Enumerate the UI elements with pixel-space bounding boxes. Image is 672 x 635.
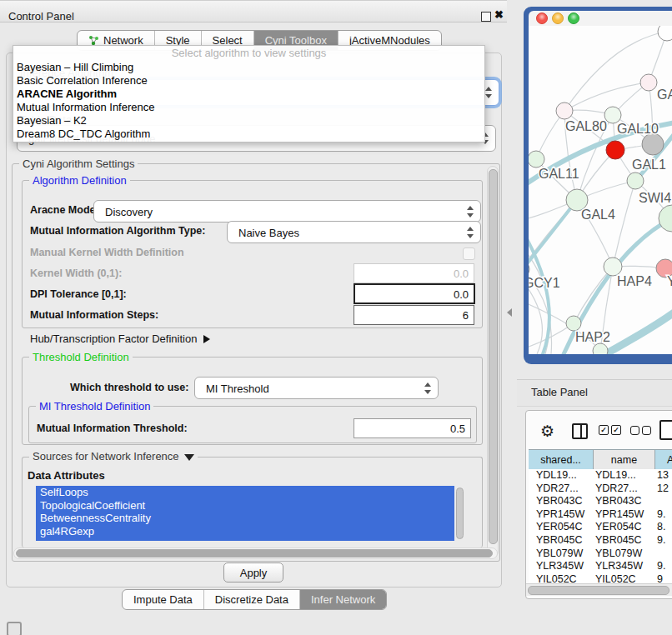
table-row[interactable]: YDL19...YDL19...13	[529, 469, 672, 482]
node-label: SWI4	[639, 191, 671, 205]
manual-kernel-checkbox[interactable]	[463, 248, 475, 260]
attribute-item[interactable]: BetweennessCentrality	[36, 512, 454, 525]
kernel-width-field[interactable]: 0.0	[354, 263, 474, 283]
select-all-checkbox-icon[interactable]: ✓	[599, 425, 609, 435]
gear-icon[interactable]: ⚙	[540, 423, 554, 439]
algorithm-definition-title: Algorithm Definition	[29, 174, 130, 187]
apply-button[interactable]: Apply	[223, 562, 283, 582]
tab-discretize-data[interactable]: Discretize Data	[203, 590, 299, 609]
export-table-icon[interactable]	[659, 420, 672, 440]
kernel-width-label: Kernel Width (0,1):	[30, 268, 122, 279]
minimize-traffic-light[interactable]	[552, 12, 564, 24]
table-row[interactable]: YDR27...YDR27...12	[529, 482, 672, 496]
float-window-icon[interactable]	[481, 12, 491, 22]
algorithm-option[interactable]: Bayesian – K2	[13, 114, 484, 128]
combo-stepper-icon	[424, 382, 432, 394]
which-threshold-label: Which threshold to use:	[70, 382, 188, 393]
column-layout-icon[interactable]	[572, 423, 588, 439]
settings-hscrollbar-thumb[interactable]	[16, 549, 493, 558]
column-header-shared[interactable]: shared...	[529, 449, 594, 470]
table-row[interactable]: YPR145WYPR145W9.	[529, 508, 672, 522]
aracne-mode-combobox[interactable]: Discovery	[93, 200, 481, 222]
dpi-tolerance-field[interactable]: 0.0	[354, 283, 475, 304]
tab-infer-network[interactable]: Infer Network	[299, 590, 386, 609]
close-traffic-light[interactable]	[536, 12, 548, 24]
node-label: HAP2	[575, 330, 610, 344]
network-node-hap2[interactable]	[566, 316, 581, 331]
table-cell: YBL079W	[593, 548, 654, 561]
node-label: GAL	[657, 88, 672, 102]
algorithm-option[interactable]: Basic Correlation Inference	[13, 74, 484, 88]
deselect-checkbox-icon[interactable]	[630, 426, 639, 435]
table-hscrollbar[interactable]	[526, 583, 672, 596]
algorithm-option[interactable]: Mutual Information Inference	[13, 101, 484, 114]
network-edge[interactable]	[564, 32, 667, 111]
combo-stepper-icon	[467, 227, 474, 238]
table-hscrollbar-thumb[interactable]	[528, 586, 669, 595]
network-edge-highlighted[interactable]	[605, 309, 672, 354]
collapsed-panel-icon[interactable]	[7, 622, 22, 635]
network-node-gal10[interactable]	[604, 107, 621, 123]
control-panel-title: Control Panel	[8, 10, 74, 22]
settings-scrollbar-thumb[interactable]	[489, 169, 498, 544]
attributes-scrollbar-thumb[interactable]	[456, 488, 464, 539]
mi-type-combobox[interactable]: Naive Bayes	[227, 221, 481, 243]
attribute-item[interactable]	[36, 538, 454, 541]
network-window-titlebar[interactable]	[529, 11, 672, 27]
algorithm-option[interactable]: Dream8 DC_TDC Algorithm	[13, 128, 484, 141]
network-canvas[interactable]: GALGAL80GAL10GAL1GAL11SWI4GAL4HAP4YGCY1H…	[529, 26, 672, 354]
network-edge-highlighted[interactable]	[529, 200, 577, 274]
sources-title-row[interactable]: Sources for Network Inference	[29, 450, 198, 462]
mi-steps-field[interactable]: 6	[354, 305, 474, 325]
settings-scrollbar[interactable]	[487, 166, 499, 558]
node-label: GAL80	[565, 119, 607, 133]
settings-hscrollbar[interactable]	[13, 548, 498, 559]
network-node[interactable]	[642, 133, 664, 155]
table-row[interactable]: YBR045CYBR045C9.	[529, 534, 672, 548]
network-node[interactable]	[659, 205, 672, 232]
table-row[interactable]: YIL052CYIL052C9	[529, 573, 672, 582]
node-label: HAP4	[617, 274, 652, 288]
network-node[interactable]	[658, 26, 672, 41]
tab-impute-data[interactable]: Impute Data	[123, 590, 203, 609]
collapse-down-icon	[184, 454, 194, 461]
mi-steps-label: Mutual Information Steps:	[30, 309, 158, 321]
which-threshold-combobox[interactable]: MI Threshold	[194, 377, 439, 399]
network-node-gal[interactable]	[640, 74, 657, 91]
aracne-mode-label: Aracne Mode:	[30, 204, 99, 216]
split-pane-handle-icon[interactable]	[507, 308, 512, 317]
deselect-checkbox-icon[interactable]	[642, 426, 651, 435]
attribute-item[interactable]: gal4RGexp	[36, 525, 454, 538]
hub-definition-toggle[interactable]: Hub/Transcription Factor Definition	[30, 332, 210, 345]
zoom-traffic-light[interactable]	[568, 12, 579, 24]
table-cell: YBL079W	[529, 548, 593, 561]
tab-label: Impute Data	[133, 590, 193, 609]
table-row[interactable]: YLR345WYLR345W9.	[529, 560, 672, 573]
table-row[interactable]: YBL079WYBL079W	[529, 548, 672, 561]
mi-type-label: Mutual Information Algorithm Type:	[30, 225, 205, 237]
network-node-gal1[interactable]	[606, 141, 624, 159]
algorithm-option[interactable]: Bayesian – Hill Climbing	[13, 61, 484, 74]
manual-kernel-label: Manual Kernel Width Definition	[30, 247, 184, 258]
node-label: GCY1	[529, 276, 560, 290]
network-node[interactable]	[593, 343, 608, 354]
table-row[interactable]: YBR043CYBR043C	[529, 495, 672, 508]
network-node-hap4[interactable]	[604, 258, 622, 276]
node-label: Y	[667, 274, 672, 288]
column-header-third[interactable]: A	[655, 449, 672, 470]
select-all-checkbox-icon[interactable]: ✓	[611, 425, 621, 435]
network-node-gal11[interactable]	[529, 151, 544, 168]
mi-threshold-label: Mutual Information Threshold:	[37, 422, 188, 434]
network-node-gal80[interactable]	[556, 102, 573, 119]
table-row[interactable]: YER054CYER054C8.	[529, 521, 672, 534]
column-header-name[interactable]: name	[594, 449, 655, 470]
mi-threshold-field[interactable]: 0.5	[354, 418, 471, 438]
network-node-swi4[interactable]	[627, 172, 644, 189]
attribute-item[interactable]: SelfLoops	[36, 486, 454, 499]
attributes-scrollbar[interactable]	[456, 488, 464, 539]
network-edge[interactable]	[564, 82, 649, 111]
attribute-item[interactable]: TopologicalCoefficient	[36, 499, 454, 512]
table-cell: 8.	[654, 521, 665, 534]
algorithm-option[interactable]: ARACNE Algorithm	[13, 88, 484, 101]
close-icon[interactable]: ✖	[494, 8, 504, 21]
